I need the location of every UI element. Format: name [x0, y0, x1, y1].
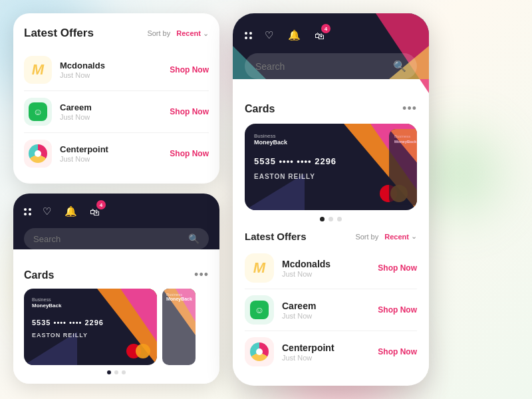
- right-shop-now-cp[interactable]: Shop Now: [378, 347, 417, 356]
- right-offer-name-careem: Careem: [282, 301, 378, 311]
- card-content: Business MoneyBack 5535 •••• •••• 2296 E…: [32, 297, 149, 338]
- heart-icon[interactable]: ♡: [38, 203, 55, 220]
- right-shop-now-careem[interactable]: Shop Now: [378, 305, 417, 315]
- card-dot-2[interactable]: [114, 370, 118, 374]
- right-offer-name-cp: Centerpoint: [282, 342, 378, 353]
- search-icon: 🔍: [393, 60, 406, 72]
- cp-circle-icon: [29, 144, 47, 163]
- mc-yellow-circle: [136, 344, 150, 358]
- right-cp-icon: [250, 342, 269, 361]
- right-mcd-letter: M: [253, 259, 265, 277]
- top-phone-header: Latest Offers Sort by Recent ⌄: [24, 27, 209, 40]
- offer-item-cp: Centerpoint Just Now Shop Now: [24, 134, 209, 173]
- offer-time: Just Now: [60, 71, 170, 79]
- rcc-holder-name: EASTON REILLY: [254, 173, 408, 180]
- right-offer-name-mcd: Mcdonalds: [282, 259, 378, 269]
- right-card-dot-1[interactable]: [320, 217, 325, 221]
- shop-now-button-cp[interactable]: Shop Now: [170, 149, 209, 158]
- right-careem-icon: ☺: [250, 301, 269, 319]
- bag-icon[interactable]: 🛍 4: [311, 27, 328, 44]
- cards-section-header: Cards •••: [24, 268, 209, 282]
- careem-icon: ☺: [29, 102, 47, 121]
- grid-icon: [24, 208, 31, 215]
- right-sort-recent[interactable]: Recent: [384, 233, 409, 241]
- card-dot-3[interactable]: [122, 370, 126, 374]
- right-offer-info-cp: Centerpoint Just Now: [282, 342, 378, 362]
- chevron-down-icon: ⌄: [203, 29, 209, 38]
- divider: [245, 331, 417, 331]
- right-more-options-button[interactable]: •••: [402, 102, 417, 116]
- top-phone: Latest Offers Sort by Recent ⌄ M Mcdonal…: [13, 13, 219, 184]
- right-careem-logo: ☺: [245, 295, 274, 325]
- right-dark-header: ♡ 🔔 🛍 4 🔍: [233, 13, 429, 79]
- top-phone-title: Latest Offers: [24, 27, 94, 40]
- right-offer-time-careem: Just Now: [282, 312, 378, 320]
- card-holder-name: EASTON REILLY: [32, 332, 149, 338]
- right-offers-title: Latest Offers: [245, 231, 307, 242]
- left-column: Latest Offers Sort by Recent ⌄ M Mcdonal…: [13, 13, 219, 386]
- right-icons-row: ♡ 🔔 🛍 4: [245, 27, 417, 44]
- right-offer-mcd: M Mcdonalds Just Now Shop Now: [245, 249, 417, 287]
- right-content: Cards ••• Business MoneyBack 5535 •••• •…: [233, 91, 429, 377]
- right-cards-header: Cards •••: [245, 102, 417, 116]
- offer-time: Just Now: [60, 113, 170, 121]
- more-options-button[interactable]: •••: [194, 268, 209, 282]
- right-search-bar[interactable]: 🔍: [245, 53, 417, 79]
- offer-name: Mcdonalds: [60, 61, 170, 70]
- rcc-content: Business MoneyBack 5535 •••• •••• 2296 E…: [254, 133, 408, 180]
- dark-icons-row: ♡ 🔔 🛍 4: [24, 203, 209, 220]
- bottom-search-bar[interactable]: 🔍: [24, 228, 209, 249]
- right-card-dot-3[interactable]: [337, 217, 342, 221]
- bell-icon[interactable]: 🔔: [285, 27, 303, 44]
- right-offer-cp: Centerpoint Just Now Shop Now: [245, 332, 417, 371]
- card-type-label: Business MoneyBack: [32, 297, 149, 309]
- sort-recent-value[interactable]: Recent: [176, 29, 201, 37]
- divider: [24, 132, 209, 133]
- right-offer-info-careem: Careem Just Now: [282, 301, 378, 320]
- divider: [24, 90, 209, 91]
- notification-badge: 4: [321, 24, 331, 33]
- mastercard-logo: [126, 344, 150, 358]
- card-dot-1[interactable]: [107, 370, 111, 374]
- bell-icon[interactable]: 🔔: [62, 203, 79, 220]
- right-offer-careem: ☺ Careem Just Now Shop Now: [245, 291, 417, 329]
- chevron-down-icon: ⌄: [411, 232, 417, 241]
- right-card-dot-2[interactable]: [329, 217, 333, 221]
- right-shop-now-mcd[interactable]: Shop Now: [378, 263, 417, 273]
- card-mini: Business MoneyBack: [162, 289, 196, 365]
- mcd-logo: M: [24, 56, 52, 84]
- search-input[interactable]: [255, 61, 386, 72]
- search-input[interactable]: [33, 234, 183, 244]
- right-offer-time-cp: Just Now: [282, 354, 378, 362]
- offer-info-cp: Centerpoint Just Now: [60, 144, 170, 163]
- offer-item-careem: ☺ Careem Just Now Shop Now: [24, 92, 209, 131]
- right-credit-card[interactable]: Business MoneyBack 5535 •••• •••• 2296 E…: [245, 124, 417, 210]
- credit-card-wrapper: Business MoneyBack 5535 •••• •••• 2296 E…: [24, 289, 209, 365]
- right-cp-inner: [256, 348, 263, 355]
- right-offers-header: Latest Offers Sort by Recent ⌄: [245, 231, 417, 242]
- right-mcd-logo: M: [245, 253, 274, 283]
- right-offer-time-mcd: Just Now: [282, 270, 378, 278]
- right-cp-logo: [245, 337, 274, 366]
- offer-info-mcd: Mcdonalds Just Now: [60, 61, 170, 79]
- right-offer-info-mcd: Mcdonalds Just Now: [282, 259, 378, 278]
- heart-icon[interactable]: ♡: [260, 27, 277, 44]
- offer-name: Centerpoint: [60, 144, 170, 154]
- grid-icon: [245, 32, 252, 39]
- right-card-dots: [245, 217, 417, 221]
- cp-logo: [24, 140, 52, 168]
- offer-time: Just Now: [60, 155, 170, 163]
- bag-icon[interactable]: 🛍 4: [86, 203, 103, 220]
- offer-item-mcd: M Mcdonalds Just Now Shop Now: [24, 51, 209, 89]
- cards-title: Cards: [24, 269, 54, 281]
- mini-card-label-line2: MoneyBack: [166, 297, 192, 301]
- careem-logo: ☺: [24, 98, 52, 126]
- notification-badge: 4: [96, 200, 106, 209]
- credit-card[interactable]: Business MoneyBack 5535 •••• •••• 2296 E…: [24, 289, 157, 365]
- rcc-type-label: Business MoneyBack: [254, 133, 408, 146]
- shop-now-button-careem[interactable]: Shop Now: [170, 107, 209, 116]
- cp-inner-circle: [35, 150, 41, 157]
- cards-section: Cards ••• Business MoneyBack 553: [13, 259, 219, 384]
- offer-info-careem: Careem Just Now: [60, 102, 170, 121]
- shop-now-button-mcd[interactable]: Shop Now: [170, 65, 209, 74]
